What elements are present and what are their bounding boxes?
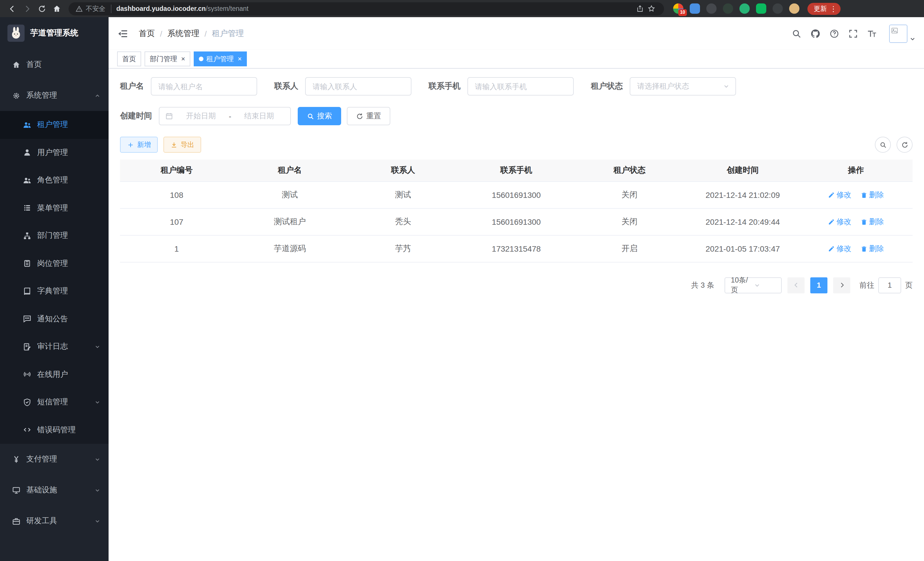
bookmark-star-icon[interactable]	[646, 3, 657, 14]
app-title: 芋道管理系统	[30, 28, 78, 38]
refresh-table-button[interactable]	[897, 137, 913, 153]
search-icon	[307, 112, 314, 120]
browser-toolbar: 不安全 dashboard.yudao.iocoder.cn/system/te…	[0, 0, 924, 17]
tab-home[interactable]: 首页	[117, 51, 141, 66]
close-icon[interactable]: ×	[238, 56, 242, 62]
prev-page-button[interactable]	[788, 277, 805, 293]
browser-update-button[interactable]: 更新 ⋮	[807, 3, 841, 15]
edit-link[interactable]: 修改	[828, 190, 851, 200]
create-time-range-picker[interactable]: 开始日期 - 结束日期	[159, 107, 291, 125]
cell-contact: 秃头	[346, 208, 460, 235]
font-size-icon[interactable]	[867, 28, 877, 39]
sidebar-item-system-management[interactable]: 系统管理	[0, 80, 109, 111]
add-button[interactable]: 新增	[120, 137, 158, 153]
extension-icon-6[interactable]	[756, 3, 766, 14]
sidebar-item-sms-management[interactable]: 短信管理	[0, 388, 109, 416]
delete-link[interactable]: 删除	[861, 243, 884, 254]
search-button[interactable]: 搜索	[298, 107, 341, 125]
share-icon[interactable]	[634, 3, 646, 14]
tenant-name-input[interactable]	[151, 77, 257, 96]
sidebar-item-label: 错误码管理	[37, 425, 76, 435]
start-date-placeholder[interactable]: 开始日期	[176, 111, 226, 121]
tab-label: 租户管理	[206, 54, 234, 64]
extension-icon-1[interactable]: 10	[673, 3, 683, 14]
breadcrumb-separator: /	[205, 29, 207, 38]
reset-button[interactable]: 重置	[347, 107, 390, 125]
delete-link[interactable]: 删除	[861, 190, 884, 200]
pencil-icon	[828, 218, 835, 225]
trash-icon	[861, 191, 867, 198]
trash-icon	[861, 218, 867, 225]
browser-profile-avatar[interactable]	[789, 3, 800, 14]
edit-link[interactable]: 修改	[828, 217, 851, 227]
extension-icon-3[interactable]	[706, 3, 717, 14]
sidebar-item-home[interactable]: 首页	[0, 49, 109, 80]
tenant-status-select[interactable]: 请选择租户状态	[630, 77, 736, 96]
sidebar-item-infrastructure[interactable]: 基础设施	[0, 475, 109, 505]
extension-icon-2[interactable]	[690, 3, 700, 14]
edit-label: 修改	[837, 243, 851, 254]
address-bar[interactable]: 不安全 dashboard.yudao.iocoder.cn/system/te…	[69, 2, 664, 15]
github-icon[interactable]	[810, 28, 820, 39]
next-page-button[interactable]	[833, 277, 850, 293]
sidebar-item-dict-management[interactable]: 字典管理	[0, 277, 109, 305]
browser-menu-icon[interactable]: ⋮	[830, 5, 837, 12]
edit-link[interactable]: 修改	[828, 243, 851, 254]
page-size-select[interactable]: 10条/页	[724, 277, 782, 293]
sidebar-item-dev-tools[interactable]: 研发工具	[0, 505, 109, 536]
sidebar-item-online-users[interactable]: 在线用户	[0, 361, 109, 388]
fullscreen-icon[interactable]	[848, 28, 858, 39]
tab-tenant-management[interactable]: 租户管理 ×	[194, 51, 247, 66]
sidebar: 芋道管理系统 首页 系统管理 租户管理 用户管理	[0, 17, 109, 561]
user-avatar[interactable]	[889, 24, 908, 43]
sidebar-item-notice[interactable]: 通知公告	[0, 305, 109, 333]
export-button[interactable]: 导出	[164, 137, 201, 153]
security-indicator[interactable]: 不安全	[75, 4, 111, 13]
tab-dept-management[interactable]: 部门管理 ×	[145, 51, 190, 66]
sidebar-item-user-management[interactable]: 用户管理	[0, 139, 109, 166]
extension-icon-5[interactable]	[740, 3, 750, 14]
sidebar-item-dept-management[interactable]: 部门管理	[0, 222, 109, 250]
cell-phone: 15601691300	[460, 181, 573, 208]
extension-icon-4[interactable]	[723, 3, 733, 14]
sidebar-item-tenant-management[interactable]: 租户管理	[0, 111, 109, 139]
breadcrumb-item[interactable]: 系统管理	[167, 28, 200, 39]
field-label: 联系人	[274, 81, 298, 92]
reload-icon[interactable]	[34, 1, 49, 16]
breadcrumb-item[interactable]: 首页	[139, 28, 155, 39]
close-icon[interactable]: ×	[181, 56, 185, 62]
goto-page-input[interactable]	[878, 277, 901, 293]
breadcrumb-item-current: 租户管理	[212, 28, 244, 39]
app-logo[interactable]: 芋道管理系统	[0, 17, 109, 49]
broken-image-icon	[891, 27, 898, 34]
sidebar-item-role-management[interactable]: 角色管理	[0, 166, 109, 194]
table-row: 108 测试 测试 15601691300 关闭 2021-12-14 21:0…	[120, 181, 913, 208]
contact-input[interactable]	[305, 77, 411, 96]
sidebar-item-menu-management[interactable]: 菜单管理	[0, 194, 109, 222]
toggle-search-button[interactable]	[875, 137, 891, 153]
help-icon[interactable]	[829, 28, 839, 39]
pencil-icon	[828, 191, 835, 198]
pagination: 共 3 条 10条/页 1 前往 页	[120, 277, 913, 293]
column-header: 租户名	[233, 159, 346, 181]
sidebar-collapse-icon[interactable]	[117, 28, 129, 39]
search-icon[interactable]	[791, 28, 802, 39]
back-icon[interactable]	[4, 1, 20, 16]
sidebar-item-error-code[interactable]: 错误码管理	[0, 416, 109, 444]
sidebar-item-label: 研发工具	[26, 516, 57, 526]
sidebar-item-audit-log[interactable]: 审计日志	[0, 333, 109, 361]
sidebar-item-label: 支付管理	[26, 454, 57, 464]
phone-input[interactable]	[467, 77, 574, 96]
page-number-button[interactable]: 1	[810, 277, 827, 293]
filter-row-1: 租户名 联系人 联系手机 租户状态 请选择租户状态	[120, 77, 913, 96]
forward-icon[interactable]	[20, 1, 34, 16]
sidebar-item-post-management[interactable]: 岗位管理	[0, 250, 109, 277]
browser-home-icon[interactable]	[49, 1, 64, 16]
puzzle-extensions-icon[interactable]	[772, 3, 783, 14]
add-button-label: 新增	[137, 140, 151, 150]
end-date-placeholder[interactable]: 结束日期	[233, 111, 285, 121]
user-menu[interactable]	[889, 24, 915, 43]
delete-link[interactable]: 删除	[861, 217, 884, 227]
sidebar-item-payment-management[interactable]: 支付管理	[0, 444, 109, 475]
sidebar-item-label: 基础设施	[26, 485, 57, 495]
